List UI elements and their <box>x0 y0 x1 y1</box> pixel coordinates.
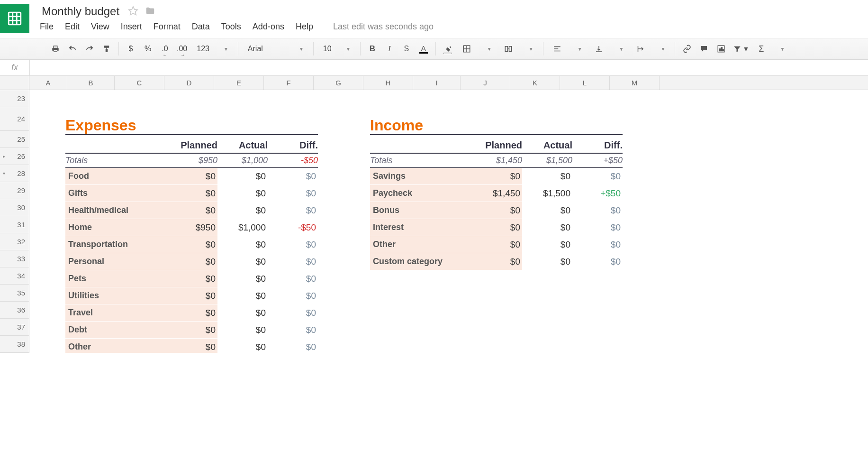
insert-link-button[interactable] <box>682 42 692 55</box>
row-header-33[interactable]: 33 <box>0 250 29 267</box>
row-header-24[interactable]: 24 <box>0 107 29 131</box>
row-header-30[interactable]: 30 <box>0 199 29 216</box>
menu-data[interactable]: Data <box>192 22 210 32</box>
horizontal-align-button[interactable]: ▼ <box>550 42 585 55</box>
column-header-G[interactable]: G <box>314 76 363 90</box>
spreadsheet-grid[interactable]: 232425262829303132333435363738 Expenses … <box>0 90 868 353</box>
menu-add-ons[interactable]: Add-ons <box>253 22 284 32</box>
text-wrap-button[interactable]: ▼ <box>633 42 668 55</box>
formula-input[interactable] <box>29 60 868 75</box>
row-header-23[interactable]: 23 <box>0 90 29 107</box>
expense-row[interactable]: Pets$0$0$0 <box>65 270 318 287</box>
expense-row[interactable]: Food$0$0$0 <box>65 168 318 185</box>
fx-icon: fx <box>0 63 29 73</box>
row-header-25[interactable]: 25 <box>0 131 29 148</box>
text-color-button[interactable]: A <box>418 42 429 55</box>
decrease-decimal-button[interactable]: .0← <box>160 42 170 55</box>
svg-marker-5 <box>129 6 137 14</box>
menu-help[interactable]: Help <box>296 22 313 32</box>
column-header-F[interactable]: F <box>264 76 314 90</box>
insert-comment-button[interactable] <box>699 42 709 55</box>
menu-file[interactable]: File <box>40 22 54 32</box>
paint-format-button[interactable] <box>101 42 112 55</box>
expense-row[interactable]: Utilities$0$0$0 <box>65 287 318 304</box>
merge-cells-button[interactable]: ▼ <box>501 42 536 55</box>
row-header-26[interactable]: 26 <box>0 148 29 165</box>
row-header-32[interactable]: 32 <box>0 233 29 250</box>
row-header-38[interactable]: 38 <box>0 336 29 353</box>
income-row[interactable]: Paycheck$1,450$1,500+$50 <box>370 185 623 202</box>
menu-format[interactable]: Format <box>154 22 181 32</box>
row-header-34[interactable]: 34 <box>0 267 29 285</box>
bold-button[interactable]: B <box>367 42 378 55</box>
fill-color-button[interactable] <box>443 42 453 55</box>
expense-row[interactable]: Health/medical$0$0$0 <box>65 202 318 219</box>
column-header-E[interactable]: E <box>214 76 264 90</box>
app-logo[interactable] <box>0 4 29 33</box>
app-header: Monthly budget FileEditViewInsertFormatD… <box>0 0 868 33</box>
font-family-select[interactable]: Arial▼ <box>245 44 307 54</box>
menu-insert[interactable]: Insert <box>121 22 142 32</box>
document-title[interactable]: Monthly budget <box>40 4 121 19</box>
expenses-header-diff: Diff. <box>268 140 318 153</box>
row-header-29[interactable]: 29 <box>0 182 29 199</box>
expense-planned: $0 <box>167 304 217 322</box>
column-header-K[interactable]: K <box>510 76 560 90</box>
column-headers: ABCDEFGHIJKLM <box>0 76 868 90</box>
increase-decimal-button[interactable]: .00→ <box>177 42 187 55</box>
expense-row[interactable]: Transportation$0$0$0 <box>65 236 318 253</box>
expense-actual: $0 <box>217 342 268 352</box>
insert-chart-button[interactable] <box>716 42 726 55</box>
functions-button[interactable]: Σ▼ <box>756 42 787 55</box>
menu-tools[interactable]: Tools <box>221 22 241 32</box>
folder-icon[interactable] <box>145 6 155 18</box>
expense-row[interactable]: Other$0$0$0 <box>65 339 318 353</box>
column-header-C[interactable]: C <box>115 76 164 90</box>
income-row[interactable]: Interest$0$0$0 <box>370 219 623 236</box>
select-all-cell[interactable] <box>0 76 29 90</box>
svg-rect-19 <box>723 50 724 51</box>
print-button[interactable] <box>50 42 61 55</box>
column-header-B[interactable]: B <box>67 76 115 90</box>
last-edit-text[interactable]: Last edit was seconds ago <box>333 22 434 32</box>
expense-row[interactable]: Travel$0$0$0 <box>65 304 318 322</box>
column-header-H[interactable]: H <box>363 76 413 90</box>
menu-view[interactable]: View <box>91 22 109 32</box>
column-header-L[interactable]: L <box>560 76 610 90</box>
row-header-28[interactable]: 28 <box>0 165 29 182</box>
menu-edit[interactable]: Edit <box>65 22 80 32</box>
row-header-36[interactable]: 36 <box>0 302 29 319</box>
column-header-D[interactable]: D <box>164 76 214 90</box>
column-header-A[interactable]: A <box>29 76 67 90</box>
row-header-35[interactable]: 35 <box>0 285 29 302</box>
column-header-I[interactable]: I <box>413 76 461 90</box>
row-header-37[interactable]: 37 <box>0 319 29 336</box>
expense-row[interactable]: Personal$0$0$0 <box>65 253 318 270</box>
redo-button[interactable] <box>84 42 95 55</box>
italic-button[interactable]: I <box>384 42 395 55</box>
strikethrough-button[interactable]: S <box>401 42 412 55</box>
column-header-J[interactable]: J <box>461 76 510 90</box>
income-row[interactable]: Bonus$0$0$0 <box>370 202 623 219</box>
more-formats-button[interactable]: 123▼ <box>194 42 231 55</box>
font-size-select[interactable]: 10▼ <box>320 44 353 54</box>
row-header-31[interactable]: 31 <box>0 216 29 233</box>
expense-row[interactable]: Gifts$0$0$0 <box>65 185 318 202</box>
undo-button[interactable] <box>67 42 78 55</box>
vertical-align-button[interactable]: ▼ <box>592 42 627 55</box>
formula-bar: fx <box>0 60 868 76</box>
expense-row[interactable]: Debt$0$0$0 <box>65 322 318 339</box>
column-header-M[interactable]: M <box>610 76 660 90</box>
expense-diff: $0 <box>268 291 318 301</box>
income-row[interactable]: Other$0$0$0 <box>370 236 623 253</box>
income-row[interactable]: Savings$0$0$0 <box>370 168 623 185</box>
format-percent-button[interactable]: % <box>143 42 153 55</box>
star-icon[interactable] <box>128 6 138 18</box>
format-currency-button[interactable]: $ <box>126 42 136 55</box>
filter-button[interactable]: ▼ <box>733 42 749 55</box>
expense-actual: $0 <box>217 188 268 199</box>
expense-category: Other <box>65 339 167 353</box>
borders-button[interactable]: ▼ <box>460 42 495 55</box>
expense-row[interactable]: Home$950$1,000-$50 <box>65 219 318 236</box>
income-row[interactable]: Custom category$0$0$0 <box>370 253 623 270</box>
